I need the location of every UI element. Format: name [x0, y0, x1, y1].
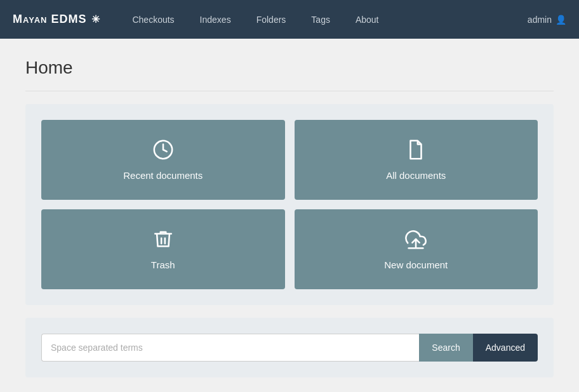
trash-label: Trash	[151, 259, 175, 270]
trash-icon	[152, 228, 174, 253]
clock-icon	[152, 139, 174, 164]
gear-icon: ✳	[91, 13, 100, 25]
upload-icon	[405, 228, 427, 253]
card-grid: Recent documents All documents	[41, 120, 538, 289]
page-title: Home	[25, 58, 554, 78]
new-document-label: New document	[384, 259, 448, 270]
all-documents-label: All documents	[386, 170, 446, 181]
main-content: Home Recent documents	[0, 39, 579, 392]
search-container: Search Advanced	[25, 318, 554, 377]
advanced-button[interactable]: Advanced	[473, 334, 538, 362]
recent-documents-card[interactable]: Recent documents	[41, 120, 285, 200]
navbar: Mayan EDMS ✳ Checkouts Indexes Folders T…	[0, 0, 579, 39]
nav-folders[interactable]: Folders	[250, 10, 293, 30]
search-form: Search Advanced	[41, 334, 538, 362]
nav-links: Checkouts Indexes Folders Tags About	[126, 10, 508, 30]
brand-name: Mayan EDMS	[13, 13, 86, 26]
trash-card[interactable]: Trash	[41, 209, 285, 289]
username: admin	[528, 15, 552, 25]
nav-indexes[interactable]: Indexes	[194, 10, 237, 30]
document-icon	[405, 139, 427, 164]
all-documents-card[interactable]: All documents	[295, 120, 538, 200]
user-menu[interactable]: admin 👤	[528, 15, 566, 25]
brand-logo[interactable]: Mayan EDMS ✳	[13, 13, 100, 26]
nav-tags[interactable]: Tags	[305, 10, 336, 30]
title-divider	[25, 91, 554, 91]
user-icon: 👤	[556, 15, 566, 25]
new-document-card[interactable]: New document	[295, 209, 538, 289]
nav-about[interactable]: About	[349, 10, 385, 30]
search-button[interactable]: Search	[419, 334, 472, 362]
nav-checkouts[interactable]: Checkouts	[126, 10, 180, 30]
search-input[interactable]	[41, 334, 419, 362]
action-cards-container: Recent documents All documents	[25, 104, 554, 305]
svg-line-2	[163, 150, 167, 152]
recent-documents-label: Recent documents	[123, 170, 203, 181]
